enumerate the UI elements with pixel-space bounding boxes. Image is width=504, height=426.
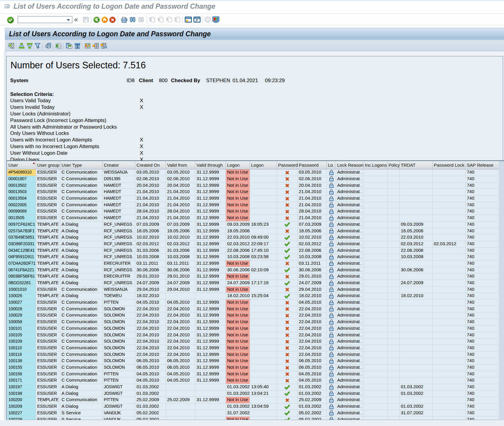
svg-text:?: ? — [207, 17, 209, 22]
